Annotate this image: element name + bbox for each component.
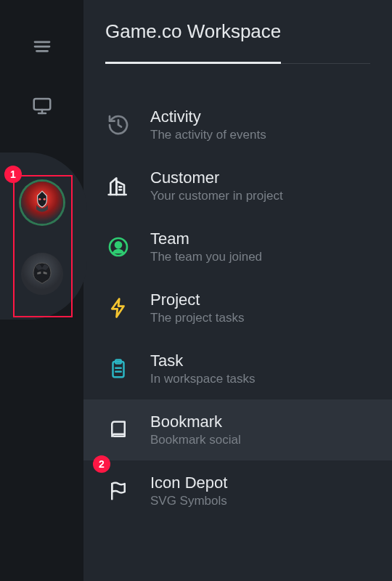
nav-label: Activity — [150, 107, 266, 126]
nav-sublabel: The team you joined — [150, 250, 262, 264]
workspace-header: Game.co Workspace — [83, 20, 392, 64]
flag-icon — [105, 478, 131, 504]
nav-item-project[interactable]: Project The project tasks — [83, 277, 392, 338]
nav-sublabel: Bookmark social — [150, 433, 241, 447]
nav-label: Icon Depot — [150, 474, 227, 492]
nav-label: Customer — [150, 168, 283, 187]
nav-label: Bookmark — [150, 413, 241, 431]
menu-icon[interactable] — [30, 35, 54, 58]
nav-item-customer[interactable]: Customer Your customer in project — [83, 155, 392, 216]
book-icon — [105, 417, 131, 443]
svg-point-12 — [115, 242, 121, 248]
svg-marker-13 — [112, 299, 123, 317]
nav-sublabel: Your customer in project — [150, 189, 283, 203]
monitor-icon[interactable] — [30, 94, 54, 118]
svg-point-7 — [43, 198, 45, 200]
lightning-icon — [105, 295, 131, 321]
clipboard-icon — [105, 356, 131, 382]
nav-item-team[interactable]: Team The team you joined — [83, 216, 392, 277]
nav-item-activity[interactable]: Activity The activity of events — [83, 94, 392, 155]
nav-rail — [0, 0, 83, 581]
nav-item-bookmark[interactable]: Bookmark Bookmark social — [83, 399, 392, 460]
nav-sublabel: The project tasks — [150, 311, 244, 325]
nav-sublabel: SVG Symbols — [150, 494, 227, 508]
svg-rect-3 — [33, 99, 50, 110]
nav-sublabel: In workspace tasks — [150, 372, 256, 386]
nav-item-task[interactable]: Task In workspace tasks — [83, 338, 392, 399]
nav-label: Team — [150, 229, 262, 248]
user-circle-icon — [105, 234, 131, 260]
workspace-avatar-ninja[interactable] — [21, 253, 63, 295]
nav-item-icon-depot[interactable]: Icon Depot SVG Symbols — [83, 460, 392, 521]
workspace-title: Game.co Workspace — [105, 20, 281, 64]
svg-point-6 — [38, 198, 41, 200]
main-panel: Game.co Workspace Activity The activity … — [83, 0, 392, 581]
avatar-rail-section — [0, 167, 83, 295]
buildings-icon — [105, 173, 131, 199]
workspace-avatar-knight[interactable] — [21, 182, 63, 224]
nav-list: Activity The activity of events Customer… — [83, 94, 392, 521]
nav-label: Project — [150, 290, 244, 309]
history-icon — [105, 112, 131, 138]
nav-sublabel: The activity of events — [150, 128, 266, 142]
nav-label: Task — [150, 352, 256, 370]
